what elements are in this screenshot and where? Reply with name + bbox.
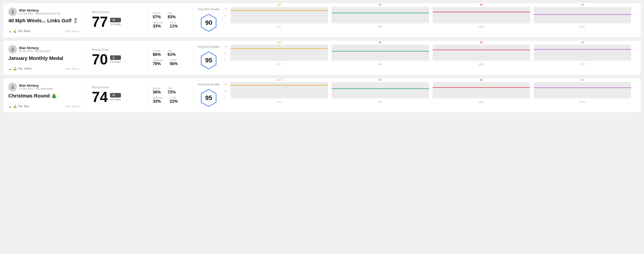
bag-icon: ⛳	[13, 29, 17, 33]
bar-wrapper	[230, 82, 328, 98]
bar-background	[332, 7, 429, 23]
fw-hit-value: 86%	[153, 52, 161, 57]
tee-row: ☁ ⛳ Tee: Black Data: Arccos	[8, 29, 80, 33]
bar-value-label: 87	[379, 79, 382, 81]
bar-background	[433, 82, 530, 98]
updown-value: 78%	[153, 61, 163, 66]
bar-value-label: 98	[480, 3, 483, 6]
tee-label: Tee: Black	[18, 29, 30, 33]
bar-line	[332, 13, 429, 13]
quality-section: Avg Shot Quality 90 100 50 0 107	[193, 7, 636, 33]
axis-line	[332, 98, 429, 99]
bar-background	[332, 45, 429, 60]
axis-line	[534, 98, 631, 99]
user-info: Blair McHarg 27 Dec 2021 · The Oxfordshi…	[19, 84, 53, 90]
chart-bar-col: 98 ARG	[433, 3, 530, 28]
bar-wrapper	[433, 45, 530, 60]
bar-line	[230, 85, 328, 86]
tee-info: ☁ ⛳ Tee: Yellow	[8, 67, 32, 70]
hexagon-container: 95	[198, 50, 219, 70]
bar-wrapper	[332, 7, 429, 23]
tee-label: Tee: Yellow	[18, 67, 32, 70]
quality-score: 95	[205, 94, 212, 102]
score-section: Round Score 77 +5 18 Holes	[85, 7, 148, 33]
chart-bar-col: 93 PUTT	[534, 79, 631, 103]
axis-line	[534, 61, 631, 61]
round-card: Blair McHarg 27 Dec 2021 · The Oxfordshi…	[3, 78, 641, 113]
score-badge-group: -2 18 Holes	[110, 55, 121, 64]
svg-point-1	[12, 48, 13, 49]
updown-label: Up/Down	[153, 21, 163, 24]
chart-bar-col: 82 PUTT	[534, 3, 631, 28]
fw-hit-label: FW Hit	[153, 12, 161, 15]
score-badge: -2	[110, 55, 121, 60]
score-section: Round Score 74 +2 18 Holes	[85, 83, 148, 108]
bar-line	[534, 87, 631, 88]
quality-label: Avg Shot Quality	[198, 83, 220, 86]
weather-icon: ☁	[8, 67, 12, 70]
bar-line	[332, 51, 429, 52]
round-score-label: Round Score	[92, 10, 141, 14]
quality-left: Avg Shot Quality 90	[198, 7, 220, 33]
bar-x-label: PUTT	[580, 63, 585, 66]
round-score-label: Round Score	[92, 86, 141, 89]
holes-label: 18 Holes	[110, 23, 121, 26]
bar-line	[534, 14, 631, 15]
score-row: 70 -2 18 Holes	[92, 52, 141, 67]
bar-background	[230, 7, 328, 23]
fw-hit-label: FW Hit	[153, 87, 161, 90]
oneputt-label: 1 Putt	[170, 96, 178, 99]
axis-line	[433, 98, 530, 99]
y-axis-max: 100	[224, 45, 228, 48]
axis-line	[230, 98, 328, 99]
gir-value: 61%	[168, 52, 176, 57]
quality-section: Avg Shot Quality 95 100 50 0 110	[193, 83, 636, 108]
chart-bar-col: 87 APP	[332, 79, 429, 103]
bar-value-label: 95	[480, 79, 483, 81]
hexagon-container: 90	[198, 13, 219, 33]
chart-bar-col: 95 APP	[332, 3, 429, 28]
chart-section: 100 50 0 107 OTT 95	[224, 8, 631, 33]
updown-stat: Up/Down 33%	[153, 96, 163, 104]
bar-wrapper	[534, 82, 631, 98]
updown-value: 33%	[153, 24, 163, 29]
gir-stat: GIR 72%	[168, 87, 176, 95]
bar-value-label: 99	[581, 41, 584, 44]
stat-group-top: FW Hit 86% GIR 61%	[153, 50, 188, 57]
score-badge: +5	[110, 18, 121, 22]
quality-left: Avg Shot Quality 95	[198, 83, 220, 108]
oneputt-label: 1 Putt	[170, 59, 178, 61]
y-axis-max: 100	[224, 83, 228, 85]
score-section: Round Score 70 -2 18 Holes	[85, 45, 148, 70]
fw-hit-value: 36%	[153, 90, 161, 95]
axis-line	[332, 61, 429, 61]
user-name: Blair McHarg	[19, 84, 53, 87]
gir-stat: GIR 61%	[168, 50, 176, 57]
svg-point-2	[12, 85, 13, 87]
bar-chart: 101 OTT 86 APP 9	[230, 45, 631, 70]
bar-wrapper	[230, 7, 328, 23]
score-value: 74	[92, 90, 108, 104]
gir-label: GIR	[168, 50, 176, 52]
bar-wrapper	[332, 45, 429, 60]
user-header: Blair McHarg 29 Jan 2022 · Mill Ride GCC	[8, 45, 80, 54]
fw-hit-value: 57%	[153, 15, 161, 19]
y-axis-mid: 50	[224, 52, 228, 54]
bar-wrapper	[332, 82, 429, 98]
oneputt-value: 11%	[170, 24, 178, 29]
data-source-label: Data: Arccos	[66, 30, 80, 32]
axis-line	[433, 23, 530, 23]
round-left-section: Blair McHarg 12 Feb 2022 · Royal North D…	[8, 7, 85, 33]
quality-left: Avg Shot Quality 95	[198, 45, 220, 70]
gir-value: 83%	[168, 15, 176, 19]
bar-wrapper	[534, 7, 631, 23]
fw-hit-stat: FW Hit 86%	[153, 50, 161, 57]
avatar	[8, 45, 17, 54]
gir-label: GIR	[168, 12, 176, 15]
chart-bar-col: 95 ARG	[433, 79, 530, 103]
stat-group-bottom: Up/Down 78% 1 Putt 56%	[153, 59, 188, 66]
axis-line	[230, 61, 328, 61]
bar-value-label: 110	[277, 79, 281, 81]
bar-value-label: 93	[581, 79, 584, 81]
oneputt-label: 1 Putt	[170, 21, 178, 24]
